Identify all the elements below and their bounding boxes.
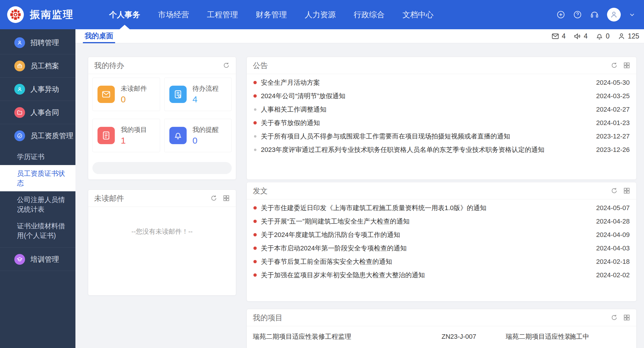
announcement-row[interactable]: 安全生产月活动方案 2024-05-30: [253, 76, 630, 89]
nav-item-hr[interactable]: 人力资源: [302, 0, 338, 29]
sidebar-item-label: 人事合同: [30, 108, 59, 117]
document-title: 关于2024年度建筑工地防汛防台专项工作的通知: [261, 230, 592, 239]
sidebar-item-label: 员工资质管理: [30, 131, 73, 141]
sidebar-item-recruitment[interactable]: 招聘管理: [0, 31, 75, 54]
document-row[interactable]: 关于市住建委近日印发《上海市建筑工程施工质量资料统一用表1.0版》的通知 202…: [253, 201, 630, 215]
todo-card-title: 我的待办: [94, 61, 124, 70]
headset-icon[interactable]: [590, 10, 599, 19]
top-navbar: 振南监理 个人事务 市场经营 工程管理 财务管理 人力资源 行政综合 文档中心: [0, 0, 644, 29]
chevron-down-icon[interactable]: [628, 11, 636, 18]
refresh-icon[interactable]: [611, 187, 618, 194]
nav-item-market[interactable]: 市场经营: [156, 0, 191, 29]
refresh-icon[interactable]: [611, 62, 618, 69]
sidebar-item-label: 招聘管理: [30, 38, 59, 47]
todo-card-header: 我的待办: [88, 57, 236, 74]
announcement-title: 2024年公司“清明节”放假通知: [261, 92, 592, 101]
refresh-icon[interactable]: [223, 62, 230, 69]
tile-my-projects[interactable]: 我的项目 1: [92, 119, 160, 152]
speaker-icon: [573, 32, 581, 40]
announcement-row[interactable]: 2023年度评审通过工程系列专业技术职务任职资格人员名单的东芝季专业技术职务资格…: [253, 143, 630, 156]
refresh-icon[interactable]: [611, 314, 618, 321]
document-date: 2024-04-03: [596, 244, 630, 252]
envelope-icon: [97, 86, 115, 103]
tile-label: 待办流程: [193, 84, 219, 93]
sidebar-item-training[interactable]: 培训管理: [0, 248, 75, 271]
announcement-date: 2024-02-27: [596, 106, 630, 113]
sidebar-item-personnel-contracts[interactable]: 人事合同: [0, 101, 75, 124]
unread-mail-card: 未读邮件 --您没有未读邮件！--: [88, 190, 236, 295]
announcement-title: 关于春节放假的通知: [261, 118, 592, 127]
bullet-dot-icon: [253, 273, 257, 277]
briefcase-icon: [14, 61, 25, 71]
logo-emblem-icon: [9, 8, 22, 21]
nav-item-docs[interactable]: 文档中心: [400, 0, 436, 29]
document-row[interactable]: 关于春节后复工前全面落实安全大检查的通知 2024-02-18: [253, 255, 630, 268]
bell-icon: [595, 32, 603, 40]
tile-label: 我的项目: [121, 125, 147, 134]
document-title: 关于本市启动2024年第一阶段安全专项检查的通知: [261, 244, 592, 253]
refresh-icon[interactable]: [210, 195, 217, 202]
sidebar-subitem-certificate-status[interactable]: 员工资质证书状态: [0, 165, 75, 191]
sidebar-item-employee-files[interactable]: 员工档案: [0, 54, 75, 78]
user-avatar[interactable]: [607, 8, 621, 21]
plus-circle-icon[interactable]: [556, 10, 565, 19]
nav-item-engineering[interactable]: 工程管理: [205, 0, 240, 29]
my-projects-card: 我的项目 瑞苑二期项目适应性装修工程监理 ZN23-J-007 瑞苑二期项目适应…: [247, 309, 637, 348]
announcement-row[interactable]: 关于春节放假的通知 2024-01-23: [253, 116, 630, 130]
stat-online-users[interactable]: 125: [617, 32, 639, 40]
tile-my-reminders[interactable]: 我的提醒 0: [164, 119, 232, 152]
envelope-icon: [551, 32, 559, 40]
document-list: 关于市住建委近日印发《上海市建筑工程施工质量资料统一用表1.0版》的通知 202…: [247, 199, 636, 282]
document-date: 2024-04-09: [596, 231, 630, 239]
project-status: 施工中: [569, 332, 630, 341]
tile-label: 未读邮件: [121, 84, 147, 93]
tab-my-desktop[interactable]: 我的桌面: [83, 29, 115, 43]
document-row[interactable]: 关于本市启动2024年第一阶段安全专项检查的通知 2024-04-03: [253, 241, 630, 255]
document-row[interactable]: 关于加强在监项目岁末年初安全隐患大检查大整治的通知 2024-02-02: [253, 268, 630, 282]
bullet-dot-icon: [253, 220, 257, 223]
announcement-row[interactable]: 人事相关工作调整通知 2024-02-27: [253, 103, 630, 116]
nav-item-finance[interactable]: 财务管理: [253, 0, 289, 29]
announcement-row[interactable]: 2024年公司“清明节”放假通知 2024-03-25: [253, 89, 630, 103]
bullet-dot-icon: [253, 81, 257, 84]
nav-item-admin[interactable]: 行政综合: [351, 0, 387, 29]
bullet-dot-icon: [253, 206, 257, 210]
bullet-dot-icon: [253, 233, 257, 236]
announcements-card-title: 公告: [253, 61, 268, 70]
desktop-toolbar: 我的桌面 4 4 0 125: [75, 29, 644, 43]
announcement-date: 2024-05-30: [596, 79, 630, 87]
stat-mail[interactable]: 4: [551, 32, 566, 40]
stat-notification-count: 0: [606, 32, 610, 40]
grid-icon[interactable]: [623, 62, 630, 69]
sidebar-item-personnel-changes[interactable]: 人事异动: [0, 78, 75, 101]
help-circle-icon[interactable]: [573, 10, 582, 19]
grid-icon[interactable]: [623, 314, 630, 321]
nav-item-personal[interactable]: 个人事务: [107, 0, 143, 29]
documents-card-title: 发文: [253, 186, 268, 196]
mail-card-header: 未读邮件: [88, 190, 236, 207]
document-title: 关于开展“五一”期间建筑工地安全生产大检查的通知: [261, 217, 592, 226]
company-logo[interactable]: [7, 6, 24, 23]
project-row[interactable]: 瑞苑二期项目适应性装修工程监理 ZN23-J-007 瑞苑二期项目适应性装...…: [247, 329, 636, 344]
sidebar-subitem-registered-personnel-stats[interactable]: 公司注册人员情况统计表: [0, 191, 75, 218]
document-date: 2024-02-18: [596, 258, 630, 266]
sidebar-item-qualification-mgmt[interactable]: 员工资质管理: [0, 124, 75, 147]
announcement-date: 2023-12-27: [596, 133, 630, 140]
document-row[interactable]: 关于2024年度建筑工地防汛防台专项工作的通知 2024-04-09: [253, 228, 630, 241]
tile-pending-flows[interactable]: 待办流程 4: [164, 78, 232, 111]
sidebar-item-label: 人事异动: [30, 84, 59, 94]
announcement-row[interactable]: 关于所有项目人员不得参与或围观非工作需要而在项目现场拍摄短视频或者直播的通知 2…: [253, 130, 630, 143]
mail-card-title: 未读邮件: [94, 193, 124, 203]
grid-icon[interactable]: [623, 187, 630, 194]
sidebar-subitem-education-certificates[interactable]: 学历证书: [0, 148, 75, 165]
tile-unread-mail[interactable]: 未读邮件 0: [92, 78, 160, 111]
stat-notification[interactable]: 0: [595, 32, 610, 40]
project-name: 瑞苑二期项目适应性装修工程监理: [253, 332, 442, 341]
stat-announcement[interactable]: 4: [573, 32, 588, 40]
announcement-title: 人事相关工作调整通知: [261, 105, 592, 114]
document-row[interactable]: 关于开展“五一”期间建筑工地安全生产大检查的通知 2024-04-28: [253, 215, 630, 228]
project-code: ZN23-J-007: [442, 333, 506, 341]
folder-icon: [14, 107, 25, 118]
grid-icon[interactable]: [223, 195, 230, 202]
sidebar-subitem-certificate-borrowing[interactable]: 证书业绩材料借用(个人证书): [0, 218, 75, 244]
